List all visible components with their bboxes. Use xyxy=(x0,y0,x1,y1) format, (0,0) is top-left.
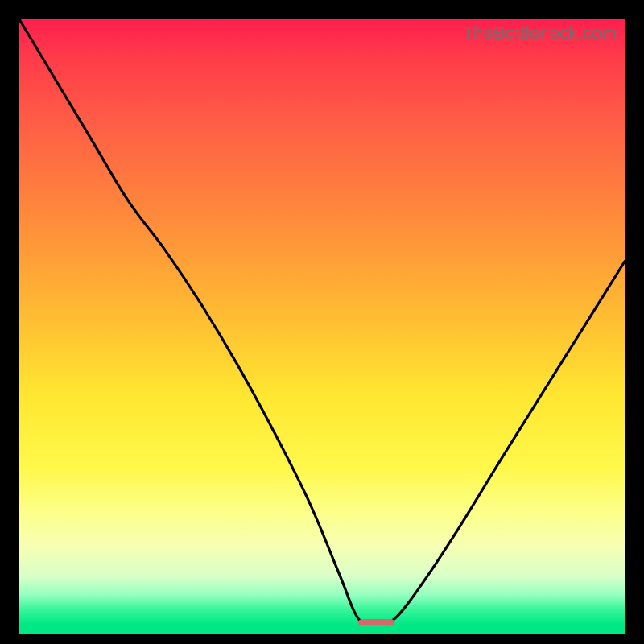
bottleneck-curve xyxy=(19,19,625,625)
chart-baseline-band xyxy=(19,625,625,634)
svg-rect-0 xyxy=(358,619,394,625)
chart-frame: TheBottleneck.com xyxy=(19,19,625,634)
chart-plot-area: TheBottleneck.com xyxy=(19,19,625,625)
